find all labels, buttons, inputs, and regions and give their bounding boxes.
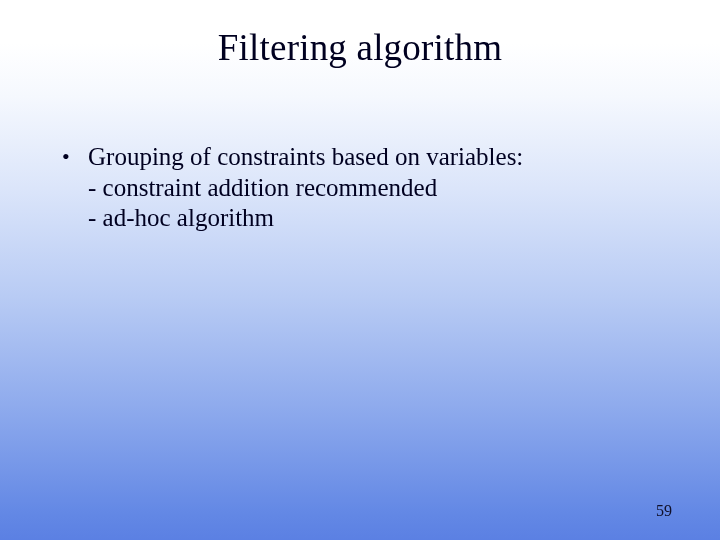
bullet-text: Grouping of constraints based on variabl… [88, 142, 660, 234]
bullet-line-2: - constraint addition recommended [88, 173, 660, 204]
bullet-item: • Grouping of constraints based on varia… [62, 142, 660, 234]
bullet-marker: • [62, 142, 88, 234]
page-number: 59 [656, 502, 672, 520]
bullet-line-3: - ad-hoc algorithm [88, 203, 660, 234]
bullet-line-1: Grouping of constraints based on variabl… [88, 142, 660, 173]
slide-body: • Grouping of constraints based on varia… [62, 142, 660, 234]
slide: Filtering algorithm • Grouping of constr… [0, 0, 720, 540]
slide-title: Filtering algorithm [0, 0, 720, 69]
